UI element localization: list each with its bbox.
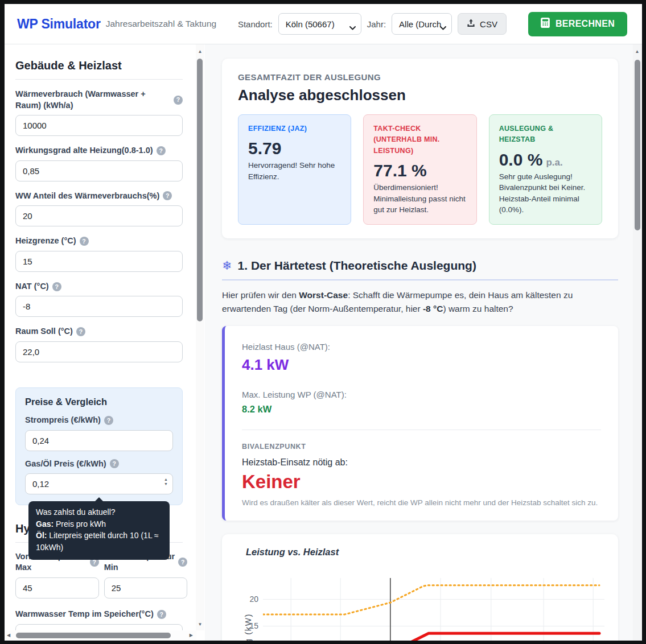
help-icon[interactable]: ? [80, 237, 89, 246]
stepper-down-icon[interactable]: ▼ [164, 482, 168, 486]
vorlauf-max-input[interactable] [15, 577, 99, 598]
jahr-label: Jahr: [367, 19, 386, 29]
field-label-raum-soll: Raum Soll (°C) ? [15, 326, 183, 337]
gesamtfazit-card: GESAMTFAZIT DER AUSLEGUNG Analyse abgesc… [222, 59, 618, 238]
help-icon[interactable]: ? [157, 146, 166, 155]
help-icon[interactable]: ? [163, 191, 172, 200]
stat-card-0: EFFIZIENZ (JAZ) 5.79 Hervorragend! Sehr … [238, 114, 351, 225]
app-title: WP Simulator [17, 16, 101, 32]
upload-icon [467, 19, 475, 29]
stat-card-1: TAKT-CHECK (UNTERHALB MIN. LEISTUNG) 77.… [363, 114, 476, 225]
standort-select[interactable]: Köln (50667) [278, 13, 361, 35]
strompreis-input[interactable] [25, 430, 173, 451]
help-icon[interactable]: ? [104, 416, 113, 425]
main-scroll-thumb[interactable] [635, 60, 640, 230]
wp-leistung-value: 8.2 kW [242, 404, 601, 415]
divider [242, 430, 601, 430]
standort-select-value: Köln (50667) [286, 19, 335, 29]
berechnen-button[interactable]: BERECHNEN [528, 12, 627, 36]
help-icon[interactable]: ? [110, 459, 119, 468]
calculator-icon [541, 18, 550, 30]
gaspreis-input[interactable] [25, 473, 173, 494]
price-box-title: Preise & Vergleich [25, 397, 173, 407]
haertetest-section-head: ❄ 1. Der Härtetest (Theoretische Auslegu… [222, 259, 618, 280]
stat-card-value: 0.0 %p.a. [499, 150, 592, 170]
stat-card-desc: Hervorragend! Sehr hohe Effizienz. [248, 160, 341, 182]
sidebar-scrollbar-horizontal[interactable]: ◀ ▶ [5, 630, 196, 641]
header-controls: Standort: Köln (50667) Jahr: Alle (Durch… [238, 12, 627, 36]
price-help-tooltip: Was zahlst du aktuell? Gas: Preis pro kW… [28, 501, 170, 560]
bivalenzpunkt-label: Heizstab-Einsatz nötig ab: [242, 457, 601, 468]
raum-soll-input[interactable] [15, 341, 183, 362]
app-subtitle: Jahresarbeitszahl & Taktung [106, 19, 216, 29]
gesamtfazit-title: Analyse abgeschlossen [238, 86, 602, 104]
field-label-ww-temp: Warmwasser Temp im Speicher(°C) ? [15, 609, 183, 620]
scroll-right-icon[interactable]: ▶ [190, 633, 193, 638]
chart-card: Leistung vs. Heizlast Leistung (kW) 2015… [222, 534, 618, 641]
chevron-down-icon [440, 22, 446, 32]
stat-card-title: TAKT-CHECK (UNTERHALB MIN. LEISTUNG) [373, 123, 466, 156]
field-label-heizgrenze: Heizgrenze (°C) ? [15, 236, 183, 247]
scroll-left-icon[interactable]: ◀ [7, 633, 10, 638]
help-icon[interactable]: ? [76, 327, 85, 336]
stat-card-row: EFFIZIENZ (JAZ) 5.79 Hervorragend! Sehr … [238, 114, 602, 225]
stat-card-title: EFFIZIENZ (JAZ) [248, 123, 341, 134]
stat-card-desc: Überdimensioniert! Minimalleistung passt… [373, 182, 466, 216]
stat-card-title: AUSLEGUNG & HEIZSTAB [499, 123, 592, 146]
heizgrenze-input[interactable] [15, 251, 183, 272]
help-icon[interactable]: ? [157, 610, 166, 619]
vorlauf-min-input[interactable] [104, 577, 188, 598]
haertetest-intro: Hier prüfen wir den Worst-Case: Schafft … [222, 288, 602, 316]
wp-leistung-label: Max. Leistung WP (@NAT): [242, 390, 601, 399]
heizlast-label: Heizlast Haus (@NAT): [242, 342, 601, 352]
chart-title: Leistung vs. Heizlast [246, 547, 604, 558]
chevron-down-icon [349, 22, 356, 32]
chart-plot-area: Leistung (kW) 201510 [263, 578, 604, 641]
csv-button-label: CSV [480, 19, 497, 29]
main-scrollbar-vertical[interactable]: ▲ [633, 44, 642, 641]
waermeverbrauch-input[interactable] [15, 115, 183, 136]
jahr-select-value: Alle (Durch [399, 19, 441, 29]
stepper-up-icon[interactable]: ▲ [164, 478, 168, 481]
main-panel: GESAMTFAZIT DER AUSLEGUNG Analyse abgesc… [205, 44, 642, 641]
chart-y-tick: 15 [242, 621, 258, 630]
field-label-gaspreis: Gas/Öl Preis (€/kWh) ? [25, 459, 173, 470]
tooltip-line-oil: Öl: Literpreis geteilt durch 10 (1L ≈ 10… [36, 530, 162, 553]
ww-anteil-input[interactable] [15, 205, 183, 226]
sidebar-scroll-thumb[interactable] [197, 59, 203, 321]
jahr-select[interactable]: Alle (Durch [392, 13, 452, 35]
bivalenzpunkt-kicker: BIVALENZPUNKT [242, 443, 601, 451]
header: WP Simulator Jahresarbeitszahl & Taktung… [5, 4, 642, 44]
help-icon[interactable]: ? [52, 282, 61, 291]
number-stepper[interactable]: ▲ ▼ [164, 478, 168, 486]
wirkungsgrad-input[interactable] [15, 160, 183, 181]
scroll-up-icon[interactable]: ▲ [196, 49, 204, 54]
sidebar-scrollbar-vertical[interactable]: ▲ ▼ [196, 44, 204, 630]
section-title-gebaeude: Gebäude & Heizlast [15, 59, 183, 80]
csv-export-button[interactable]: CSV [458, 13, 507, 35]
scroll-down-icon[interactable]: ▼ [196, 622, 204, 627]
tooltip-line-1: Was zahlst du aktuell? [36, 506, 162, 518]
price-box: Preise & Vergleich Strompreis (€/kWh) ? … [15, 387, 183, 505]
help-icon[interactable]: ? [178, 558, 187, 567]
heizlast-value: 4.1 kW [242, 356, 601, 374]
field-label-waermeverbrauch: Wärmeverbrauch (Warmwasser + Raum) (kWh/… [15, 89, 183, 111]
bivalenzpunkt-desc: Wird es draußen kälter als dieser Wert, … [242, 498, 601, 507]
chart-y-tick: 20 [242, 595, 258, 604]
app-window: WP Simulator Jahresarbeitszahl & Taktung… [5, 4, 642, 641]
chart-svg [263, 578, 604, 641]
field-label-wirkungsgrad: Wirkungsgrad alte Heizung(0.8-1.0) ? [15, 145, 183, 156]
nat-input[interactable] [15, 296, 183, 317]
help-icon[interactable]: ? [174, 96, 183, 105]
field-label-strompreis: Strompreis (€/kWh) ? [25, 415, 173, 426]
stat-card-value: 77.1 % [373, 161, 466, 180]
berechnen-button-label: BERECHNEN [556, 19, 615, 29]
scroll-up-icon[interactable]: ▲ [633, 49, 641, 54]
stat-card-desc: Sehr gute Auslegung! Bivalenzpunkt bei K… [499, 171, 592, 216]
stat-card-value: 5.79 [248, 139, 341, 158]
sidebar-hscroll-thumb[interactable] [16, 633, 171, 638]
gesamtfazit-kicker: GESAMTFAZIT DER AUSLEGUNG [238, 72, 602, 82]
tooltip-line-gas: Gas: Preis pro kWh [36, 518, 162, 530]
bivalenzpunkt-value: Keiner [242, 471, 601, 493]
sidebar: Gebäude & Heizlast Wärmeverbrauch (Warmw… [5, 44, 205, 641]
